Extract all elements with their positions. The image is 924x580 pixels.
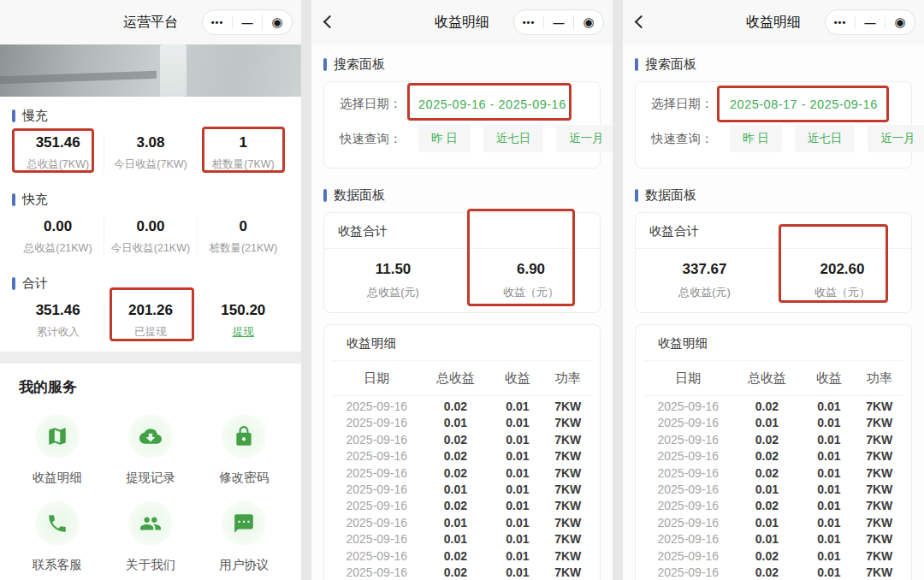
minimize-icon[interactable]: — [855,16,885,29]
quick-yesterday-button[interactable]: 昨 日 [418,125,471,152]
col-date: 日期 [644,370,732,387]
section-title: 慢充 [22,108,48,124]
cloud-download-icon [128,414,173,459]
section-title: 快充 [22,192,48,208]
panel-operations: 运营平台 ••• — ◉ 慢充 351.46 总收益(7KW) 3.08 今日收… [0,0,301,580]
table-row: 2025-09-16 0.01 0.01 7KW [644,482,903,498]
service-income-detail[interactable]: 收益明细 [10,399,104,486]
search-card: 选择日期： 2025-09-16 - 2025-09-16 快速查询： 昨 日 … [323,81,601,169]
stat-fast-count: 0 桩数量(21KW) [197,218,289,256]
stat-slow-today: 3.08 今日收益(7KW) [104,134,196,172]
table-row: 2025-09-16 0.02 0.01 7KW [333,432,591,448]
lock-icon [222,414,266,459]
col-power: 功率 [856,370,903,387]
service-submit[interactable] [104,573,197,580]
stat-fast-today: 0.00 今日收益(21KW) [104,218,196,256]
target-icon[interactable]: ◉ [262,15,292,30]
table-row: 2025-09-16 0.02 0.01 7KW [644,465,903,482]
service-withdraw-records[interactable]: 提现记录 [104,399,197,486]
table-row: 2025-09-16 0.02 0.01 7KW [644,498,903,514]
table-row: 2025-09-16 0.01 0.01 7KW [644,515,903,531]
my-services-card: 我的服务 收益明细 提现记录 [3,364,298,580]
withdraw-link[interactable]: 提现 [198,325,289,340]
table-row: 2025-09-16 0.02 0.01 7KW [644,448,903,465]
date-range-picker[interactable]: 2025-08-17 - 2025-09-16 [730,98,878,111]
table-row: 2025-09-16 0.01 0.01 7KW [644,415,903,431]
col-income: 收益 [490,370,544,387]
service-about-us[interactable]: 关于我们 [104,486,197,573]
quick-lastmonth-button[interactable]: 近一月 [868,125,924,152]
table-row: 2025-09-16 0.02 0.01 7KW [333,399,591,415]
data-panel-header: 数据面板 [311,169,613,212]
table-row: 2025-09-16 0.02 0.01 7KW [333,465,591,482]
income-detail-table-card: 收益明细 日期 总收益 收益 功率 2025-09-16 0.02 0.01 7… [635,324,912,580]
col-date: 日期 [333,370,421,387]
miniprogram-capsule[interactable]: ••• — ◉ [513,9,604,35]
more-icon[interactable]: ••• [203,17,232,27]
summary-total-income: 337.67 总收益(元) [636,261,773,300]
table-row: 2025-09-16 0.02 0.01 7KW [644,565,903,580]
section-bar [635,58,638,71]
target-icon[interactable]: ◉ [573,15,603,30]
users-icon [128,501,173,546]
col-power: 功率 [545,370,591,387]
table-row: 2025-09-16 0.02 0.01 7KW [333,548,591,565]
summary-card-title: 收益合计 [324,223,600,249]
table-row: 2025-09-16 0.02 0.01 7KW [333,448,591,465]
quick-lastmonth-button[interactable]: 近一月 [556,125,613,152]
table-row: 2025-09-16 0.01 0.01 7KW [333,515,591,531]
divider [0,352,301,364]
stat-fast-total: 0.00 总收益(21KW) [12,218,104,256]
stat-slow-total: 351.46 总收益(7KW) [12,134,104,172]
table-row: 2025-09-16 0.01 0.01 7KW [333,531,591,547]
quick-query-label: 快速查询： [651,131,730,147]
section-fast-charge: 快充 0.00 总收益(21KW) 0.00 今日收益(21KW) 0 桩数量(… [0,192,301,264]
summary-card-title: 收益合计 [636,223,911,249]
section-slow-charge: 慢充 351.46 总收益(7KW) 3.08 今日收益(7KW) 1 桩数量(… [0,108,301,181]
service-share[interactable] [10,573,104,580]
more-icon[interactable]: ••• [826,17,855,27]
summary-income: 6.90 收益（元） [462,261,600,300]
miniprogram-capsule[interactable]: ••• — ◉ [202,9,293,35]
table-row: 2025-09-16 0.02 0.01 7KW [333,498,591,514]
charging-station-photo [0,44,301,97]
data-panel-header: 数据面板 [623,169,924,212]
date-range-picker[interactable]: 2025-09-16 - 2025-09-16 [418,98,566,111]
quick-last7days-button[interactable]: 近七日 [483,125,544,152]
stat-slow-count: 1 桩数量(7KW) [197,134,289,172]
income-summary-card: 收益合计 11.50 总收益(元) 6.90 收益（元） [323,212,601,313]
minimize-icon[interactable]: — [543,16,573,29]
service-contact-support[interactable]: 联系客服 [10,486,104,573]
service-user-agreement[interactable]: 用户协议 [198,486,291,573]
income-detail-table-card: 收益明细 日期 总收益 收益 功率 2025-09-16 0.02 0.01 7… [323,324,601,580]
stat-withdrawable: 150.20 提现 [197,302,289,340]
stat-withdrawn: 201.26 已提现 [104,302,196,340]
col-total-income: 总收益 [421,370,491,387]
table-row: 2025-09-16 0.02 0.01 7KW [644,432,903,448]
table-row: 2025-09-16 0.01 0.01 7KW [644,531,903,547]
quick-yesterday-button[interactable]: 昨 日 [730,125,782,152]
date-label: 选择日期： [340,96,418,112]
minimize-icon[interactable]: — [232,16,262,29]
section-bar [323,58,327,71]
miniprogram-capsule[interactable]: ••• — ◉ [825,9,915,35]
more-icon[interactable]: ••• [514,17,543,27]
table-card-title: 收益明细 [333,335,591,361]
section-bar [635,189,638,202]
col-total-income: 总收益 [732,370,803,387]
map-icon [35,414,80,459]
section-title: 合计 [22,275,48,292]
service-change-password[interactable]: 修改密码 [198,399,291,486]
screenshot-root: 运营平台 ••• — ◉ 慢充 351.46 总收益(7KW) 3.08 今日收… [0,0,924,580]
table-row: 2025-09-16 0.02 0.01 7KW [644,399,903,415]
quick-last7days-button[interactable]: 近七日 [795,125,856,152]
date-label: 选择日期： [651,96,730,112]
chat-icon [222,501,266,546]
col-income: 收益 [802,370,856,387]
table-header: 日期 总收益 收益 功率 [644,361,903,396]
section-total: 合计 351.46 累计收入 201.26 已提现 150.20 提现 [0,275,301,348]
phone-icon [35,501,80,546]
target-icon[interactable]: ◉ [885,15,915,30]
services-title: 我的服务 [19,377,291,397]
titlebar: 收益明细 ••• — ◉ [623,0,924,44]
